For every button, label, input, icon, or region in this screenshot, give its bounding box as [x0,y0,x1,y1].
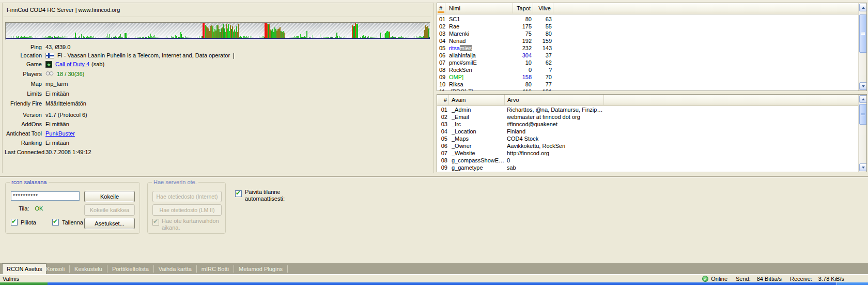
graph-bar [18,36,19,38]
graph-bar [414,36,414,38]
var-value: sab [507,164,662,171]
info-value: mp_farm [45,81,68,87]
graph-bar [123,38,124,38]
info-row-location: LocationFI - Vaasan Laanin Puhelin is a … [3,52,431,59]
info-label: Ping [5,44,42,51]
var-value: Finland [507,128,662,135]
info-row-anticheat-tool: Anticheat ToolPunkBuster [3,130,431,138]
graph-bar [30,36,31,38]
graph-bar [381,37,381,38]
scrollbar-thumb[interactable] [859,14,867,53]
var-row[interactable]: 07_Websitehttp://finncod.org [437,149,866,157]
mapchange-checkbox-label-line1: Hae ote kartanvaihdon [162,218,219,224]
auto-update-checkbox[interactable] [235,190,242,197]
tab-vaihda-kartta[interactable]: Vaihda kartta [154,263,196,275]
var-row[interactable]: 03_Irc#finncod@quakenet [437,121,866,128]
player-row[interactable]: 04Nenad192159 [437,37,866,44]
graph-bar [190,37,190,38]
graph-bar [297,36,298,38]
scrollbar-up-button[interactable] [859,95,867,103]
var-row[interactable]: 02_Emailwebmaster at finncod dot org [437,113,866,121]
info-value-wrap: Ei mitään [45,121,69,128]
player-row[interactable]: 01SC18063 [437,16,866,23]
try-button[interactable]: Kokeile [84,191,135,202]
graph-bar [333,38,334,38]
scrollbar-up-button[interactable] [859,4,867,11]
var-row[interactable]: 05_MapsCOD4 Stock [437,135,866,142]
graph-bar [407,37,407,38]
graph-bar [86,37,87,38]
player-row[interactable]: 10Riksa8077 [437,81,866,88]
tab-porttikieltolista[interactable]: Porttikieltolista [107,263,153,275]
start-button-edge[interactable] [0,282,48,285]
graph-bar [406,37,406,38]
scrollbar-down-button[interactable] [859,163,867,171]
graph-bar [340,37,341,38]
graph-bar [334,38,335,38]
internet-snapshot-button[interactable]: Hae otetiedosto (Internet) [152,191,222,202]
scrollbar-down-button[interactable] [859,82,867,90]
graph-bar [362,36,363,38]
player-row[interactable]: 03Marenki7580 [437,30,866,37]
scrollbar-thumb[interactable] [859,104,867,125]
rcon-password-input[interactable] [11,191,80,201]
column-header-var-number[interactable]: # [437,95,449,105]
player-row[interactable]: 11-[PRO]-Thompson110121 [437,88,866,91]
graph-bar [137,37,137,38]
graph-bar [309,37,310,38]
player-row[interactable]: 09OMP]15870 [437,73,866,81]
try-all-button[interactable]: Kokeile kaikkea [84,204,135,216]
var-row[interactable]: 10gamenameCall of Duty 4 [437,171,866,172]
column-header-ping[interactable]: Viive [533,3,553,13]
player-row[interactable]: 02Rae17555 [437,23,866,30]
tab-metamod-plugins[interactable]: Metamod Plugins [234,263,287,275]
graph-bar [242,38,243,38]
column-header-value[interactable]: Arvo [505,95,604,105]
column-header-number[interactable]: # [437,3,445,13]
graph-bar [331,38,332,38]
players-icon [45,71,54,78]
graph-bar [188,37,188,38]
column-header-name[interactable]: Nimi [447,3,513,13]
server-snapshot-group: Hae serverin ote. Hae otetiedosto (Inter… [147,182,226,234]
graph-bar [168,38,168,38]
tab-keskustelu[interactable]: Keskustelu [70,263,107,275]
var-row[interactable]: 09g_gametypesab [437,164,866,171]
var-row[interactable]: 04_LocationFinland [437,128,866,135]
var-row[interactable]: 08g_compassShowE…0 [437,157,866,164]
graph-bar [327,37,328,38]
tab-konsoli[interactable]: Konsoli [41,263,69,275]
column-header-key[interactable]: Avain [449,95,505,105]
var-row[interactable]: 01_AdminRicharttos, @na, Datamursu, Finz… [437,106,866,113]
cod4-link[interactable]: Call of Duty 4 [55,61,89,68]
var-row[interactable]: 06_OwnerAavikkokettu, RockSeri [437,142,866,149]
mapchange-checkbox[interactable] [152,219,159,226]
graph-bar [239,37,240,38]
graph-bar [171,36,172,38]
tab-mirc-botti[interactable]: mIRC Botti [197,263,234,275]
player-kills: 175 [513,23,532,30]
graph-bar [378,37,378,38]
player-row[interactable]: 07pmc#smilE1062 [437,59,866,66]
graph-bar [47,37,48,38]
graph-bar [240,36,241,38]
player-name: -[PRO]-Thompson [449,88,512,91]
graph-bar [34,38,34,38]
hide-checkbox[interactable] [11,219,18,226]
graph-bar [255,38,255,38]
graph-bar [113,37,114,38]
column-header-kills[interactable]: Tapot [513,3,533,13]
player-row[interactable]: 06allahinfaija30437 [437,52,866,59]
punkbuster-link[interactable]: PunkBuster [45,130,75,137]
settings-button[interactable]: Asetukset... [84,218,135,229]
lmii-snapshot-button[interactable]: Hae otetiedosto (LM II) [152,204,222,216]
players-scrollbar[interactable] [858,3,867,91]
player-row[interactable]: 08RockSeri0? [437,66,866,73]
var-key: _Location [452,128,504,135]
vars-scrollbar[interactable] [858,95,867,172]
save-checkbox[interactable] [52,219,59,226]
tab-rcon-asetus[interactable]: RCON Asetus [2,263,47,275]
graph-bar [328,37,329,38]
graph-bar [107,34,107,38]
player-row[interactable]: 05ritsamies232143 [437,44,866,52]
